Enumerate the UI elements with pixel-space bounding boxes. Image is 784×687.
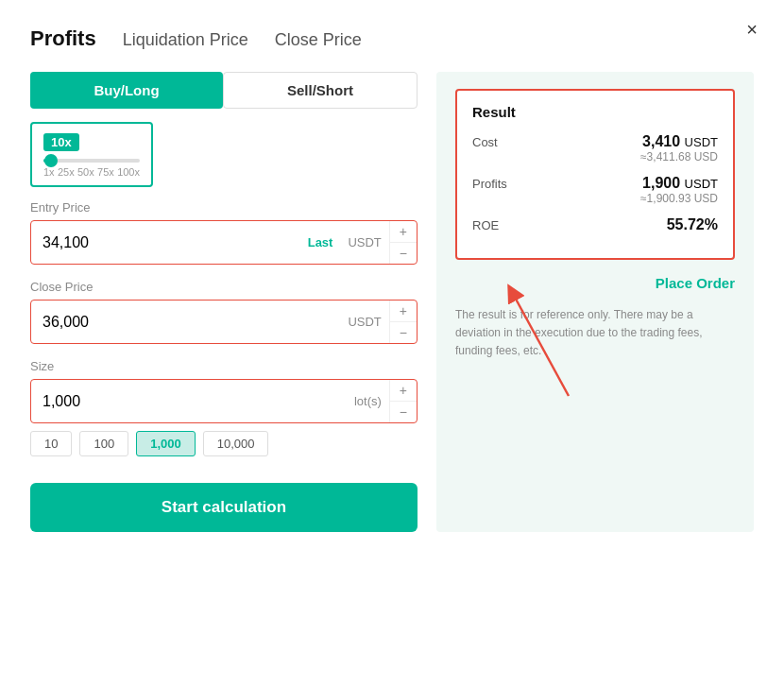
- entry-price-label: Entry Price: [30, 200, 418, 215]
- cost-row: Cost 3,410 USDT ≈3,411.68 USD: [472, 133, 718, 163]
- size-increment[interactable]: +: [390, 380, 417, 402]
- preset-1000[interactable]: 1,000: [136, 431, 196, 456]
- modal: × Profits Liquidation Price Close Price …: [0, 0, 784, 687]
- place-order-link[interactable]: Place Order: [455, 275, 735, 291]
- close-price-input[interactable]: [31, 304, 340, 340]
- leverage-section: 10x 1x 25x 50x 75x 100x: [30, 122, 153, 187]
- entry-price-decrement[interactable]: −: [390, 243, 417, 264]
- tabs: Profits Liquidation Price Close Price: [30, 26, 754, 51]
- size-field: lot(s) + −: [30, 379, 418, 423]
- result-box: Result Cost 3,410 USDT ≈3,411.68 USD Pro…: [455, 89, 735, 260]
- roe-label: ROE: [472, 216, 499, 232]
- buy-long-button[interactable]: Buy/Long: [30, 72, 223, 109]
- leverage-label-25x: 25x: [58, 166, 75, 178]
- close-price-decrement[interactable]: −: [390, 322, 417, 343]
- tab-liquidation[interactable]: Liquidation Price: [123, 30, 248, 50]
- profits-unit: USDT: [685, 177, 718, 191]
- sell-short-button[interactable]: Sell/Short: [223, 72, 418, 109]
- content-area: Buy/Long Sell/Short 10x 1x 25x 50x 75x 1…: [30, 72, 754, 532]
- roe-unit: %: [705, 216, 718, 232]
- entry-price-last: Last: [300, 235, 341, 249]
- right-panel: Result Cost 3,410 USDT ≈3,411.68 USD Pro…: [436, 72, 754, 532]
- size-unit: lot(s): [347, 394, 389, 408]
- roe-row: ROE 55.72%: [472, 216, 718, 233]
- size-input[interactable]: [31, 384, 347, 420]
- preset-10000[interactable]: 10,000: [203, 431, 269, 456]
- preset-10[interactable]: 10: [30, 431, 72, 456]
- cost-value: 3,410 USDT ≈3,411.68 USD: [640, 133, 718, 163]
- disclaimer-text: The result is for reference only. There …: [455, 306, 735, 361]
- profits-label: Profits: [472, 175, 507, 191]
- close-price-unit: USDT: [340, 315, 388, 329]
- left-panel: Buy/Long Sell/Short 10x 1x 25x 50x 75x 1…: [30, 72, 418, 532]
- preset-100[interactable]: 100: [79, 431, 128, 456]
- close-button[interactable]: ×: [746, 19, 758, 41]
- profits-value: 1,900 USDT ≈1,900.93 USD: [640, 175, 718, 205]
- leverage-label-50x: 50x: [77, 166, 94, 178]
- cost-label: Cost: [472, 133, 498, 149]
- entry-price-stepper: + −: [389, 221, 417, 264]
- cost-amount: 3,410: [642, 133, 680, 149]
- leverage-badge: 10x: [43, 133, 79, 151]
- result-title: Result: [472, 104, 718, 120]
- close-price-label: Close Price: [30, 280, 418, 294]
- roe-amount: 55.72: [667, 216, 705, 232]
- profits-row: Profits 1,900 USDT ≈1,900.93 USD: [472, 175, 718, 205]
- leverage-labels: 1x 25x 50x 75x 100x: [43, 166, 140, 178]
- leverage-label-75x: 75x: [97, 166, 114, 178]
- roe-value: 55.72%: [667, 216, 718, 233]
- leverage-label-100x: 100x: [117, 166, 140, 178]
- close-price-field: USDT + −: [30, 300, 418, 344]
- size-stepper: + −: [389, 380, 417, 422]
- entry-price-unit: USDT: [340, 235, 388, 249]
- close-price-increment[interactable]: +: [390, 301, 417, 322]
- profits-amount: 1,900: [642, 175, 680, 191]
- entry-price-field: Last USDT + −: [30, 220, 418, 265]
- entry-price-input[interactable]: [31, 225, 300, 261]
- cost-unit: USDT: [685, 135, 718, 149]
- size-presets: 10 100 1,000 10,000: [30, 431, 418, 456]
- leverage-slider[interactable]: [43, 159, 140, 163]
- profits-usd: ≈1,900.93 USD: [640, 192, 718, 205]
- size-decrement[interactable]: −: [390, 402, 417, 422]
- cost-usd: ≈3,411.68 USD: [640, 150, 718, 163]
- size-label: Size: [30, 359, 418, 373]
- start-calculation-button[interactable]: Start calculation: [30, 483, 418, 532]
- slider-thumb: [44, 154, 58, 167]
- tab-profits[interactable]: Profits: [30, 26, 96, 51]
- trade-toggle: Buy/Long Sell/Short: [30, 72, 418, 109]
- close-price-stepper: + −: [389, 301, 417, 343]
- tab-close-price[interactable]: Close Price: [275, 30, 362, 50]
- leverage-label-1x: 1x: [43, 166, 55, 178]
- entry-price-increment[interactable]: +: [390, 221, 417, 243]
